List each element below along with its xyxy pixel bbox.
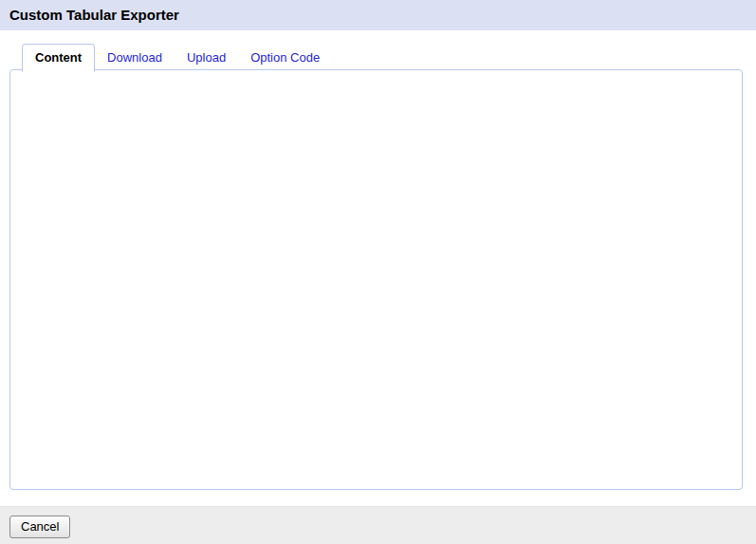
tab-option-code[interactable]: Option Code — [238, 45, 332, 71]
tab-download[interactable]: Download — [95, 45, 175, 71]
dialog-footer: Cancel — [0, 506, 756, 544]
tab-bar: Content Download Upload Option Code — [22, 44, 332, 71]
content-panel — [9, 69, 743, 490]
tab-upload[interactable]: Upload — [175, 45, 238, 71]
cancel-button[interactable]: Cancel — [9, 516, 70, 538]
tab-content[interactable]: Content — [22, 44, 95, 72]
dialog-title: Custom Tabular Exporter — [0, 0, 756, 30]
